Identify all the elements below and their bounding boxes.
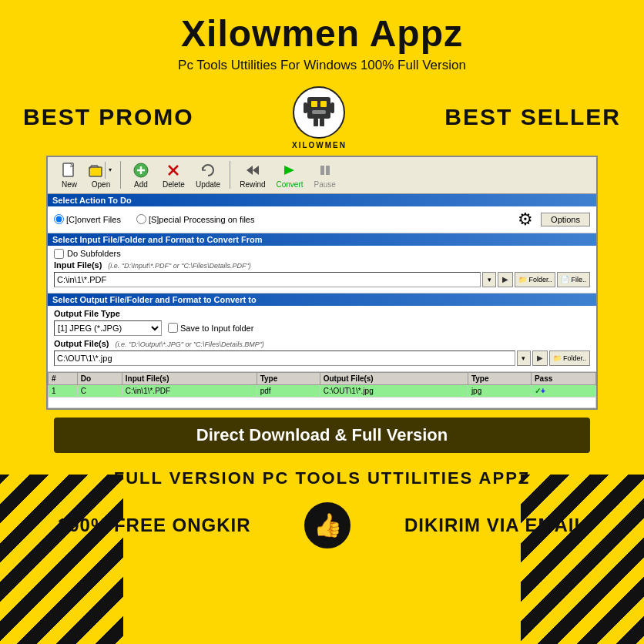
update-button[interactable]: Update: [191, 160, 225, 190]
convert-icon: [281, 162, 298, 179]
header-section: Xilowmen Appz Pc Tools Uttilities For Wi…: [0, 0, 644, 79]
input-file-field[interactable]: [54, 272, 481, 287]
convert-radio-input[interactable]: [54, 214, 64, 224]
col-num: #: [49, 372, 78, 384]
toolbar-separator-1: [120, 161, 121, 189]
input-section: Select Input File/Folder and Format to C…: [48, 233, 596, 293]
toolbar-separator-2: [230, 161, 230, 189]
output-section-header: Select Output File/Folder and Format to …: [48, 293, 596, 306]
open-dropdown-icon[interactable]: ▾: [105, 162, 114, 179]
cell-pass: ✓+: [531, 384, 595, 397]
cell-type-out: jpg: [468, 384, 531, 397]
ongkir-text: 100% FREE ONGKIR: [58, 515, 251, 536]
gear-icon: ⚙: [518, 210, 533, 230]
output-dropdown-btn[interactable]: ▾: [517, 351, 531, 366]
svg-marker-17: [247, 166, 253, 175]
output-section: Select Output File/Folder and Format to …: [48, 293, 596, 372]
svg-rect-5: [314, 119, 318, 126]
rewind-icon: [244, 162, 261, 179]
output-folder-btn[interactable]: 📁Folder..: [549, 351, 590, 366]
open-button[interactable]: ▾ Open: [86, 160, 116, 190]
file-table-container: # Do Input File(s) Type Output File(s) T…: [48, 372, 596, 408]
page-wrapper: Xilowmen Appz Pc Tools Uttilities For Wi…: [0, 0, 644, 644]
output-type-select[interactable]: [1] JPEG (*.JPG): [54, 320, 162, 336]
svg-rect-7: [304, 102, 307, 113]
svg-marker-19: [284, 166, 294, 175]
app-title: Xilowmen Appz: [15, 14, 629, 55]
cell-output: C:\OUT\1\*.jpg: [320, 384, 468, 397]
new-icon: [61, 162, 78, 179]
cell-input: C:\in\1\*.PDF: [122, 384, 257, 397]
logo-label: XILOWMEN: [292, 141, 347, 149]
svg-rect-4: [312, 110, 326, 114]
options-area: ⚙ Options: [518, 210, 590, 230]
col-type-in: Type: [257, 372, 320, 384]
app-subtitle: Pc Tools Uttilities For Windows 100% Ful…: [15, 58, 629, 73]
special-radio-input[interactable]: [136, 214, 146, 224]
delete-icon: [165, 162, 182, 179]
input-play-btn[interactable]: ▶: [498, 272, 513, 287]
output-file-row: ▾ ▶ 📁Folder..: [54, 351, 590, 366]
subfolders-checkbox[interactable]: [54, 249, 64, 259]
output-section-body: Output File Type [1] JPEG (*.JPG) Save t…: [48, 306, 596, 372]
pause-button[interactable]: Pause: [310, 160, 340, 190]
xilowmen-logo-icon: [292, 86, 346, 139]
output-play-btn[interactable]: ▶: [532, 351, 548, 366]
update-icon: [200, 162, 216, 179]
bottom-row: 100% FREE ONGKIR 👍 DIKIRIM VIA EMAIL: [0, 496, 644, 555]
output-file-field[interactable]: [54, 351, 515, 366]
email-text: DIKIRIM VIA EMAIL: [404, 515, 586, 536]
svg-rect-3: [320, 101, 327, 107]
cell-num: 1: [49, 384, 78, 397]
open-icon: [88, 162, 105, 179]
logo-center: XILOWMEN: [292, 86, 347, 149]
download-banner: Direct Download & Full Version: [54, 418, 590, 453]
badges-row: BEST PROMO XILOWMEN BEST SELLER: [0, 79, 644, 156]
col-type-out: Type: [468, 372, 531, 384]
col-pass: Pass: [531, 372, 595, 384]
special-radio[interactable]: [S]pecial Processing on files: [136, 214, 255, 224]
delete-button[interactable]: Delete: [158, 160, 190, 190]
input-folder-btn[interactable]: 📁Folder..: [515, 272, 555, 287]
svg-rect-2: [311, 101, 317, 107]
options-button[interactable]: Options: [541, 213, 590, 226]
rewind-button[interactable]: Rewind: [235, 160, 270, 190]
save-checkbox-row: Save to Input folder: [168, 323, 253, 333]
new-button[interactable]: New: [54, 160, 85, 190]
svg-rect-6: [320, 119, 324, 126]
best-promo-badge: BEST PROMO: [23, 104, 194, 130]
table-row[interactable]: 1 C C:\in\1\*.PDF pdf C:\OUT\1\*.jpg jpg…: [49, 384, 596, 397]
subfolders-row: Do Subfolders: [54, 249, 590, 259]
action-radio-group: [C]onvert Files [S]pecial Processing on …: [54, 214, 255, 224]
add-button[interactable]: Add: [126, 160, 156, 190]
input-file-row: ▾ ▶ 📁Folder.. 📄File..: [54, 272, 590, 287]
app-window: New ▾ Open Add: [46, 156, 598, 410]
svg-rect-20: [320, 166, 324, 175]
full-version-text: FULL VERSION PC TOOLS UTTILITIES APPZ: [15, 468, 629, 488]
col-do: Do: [77, 372, 122, 384]
table-empty-row: [49, 397, 596, 408]
svg-marker-18: [253, 166, 259, 175]
file-table: # Do Input File(s) Type Output File(s) T…: [48, 372, 596, 408]
output-type-row: Output File Type: [54, 309, 590, 318]
cell-do: C: [77, 384, 122, 397]
input-section-body: Do Subfolders Input File(s) (i.e. "D:\In…: [48, 246, 596, 293]
thumbs-up-icon: 👍: [304, 502, 351, 548]
convert-button[interactable]: Convert: [272, 160, 308, 190]
input-file-btn[interactable]: 📄File..: [557, 272, 590, 287]
col-output: Output File(s): [320, 372, 468, 384]
pause-icon: [317, 162, 334, 179]
input-dropdown-btn[interactable]: ▾: [482, 272, 496, 287]
bottom-section: Direct Download & Full Version: [0, 410, 644, 458]
svg-rect-11: [89, 167, 102, 176]
full-version-section: FULL VERSION PC TOOLS UTTILITIES APPZ: [0, 458, 644, 496]
best-seller-badge: BEST SELLER: [444, 104, 621, 130]
save-to-input-checkbox[interactable]: [168, 323, 178, 333]
svg-rect-1: [307, 97, 330, 119]
svg-rect-21: [326, 166, 330, 175]
col-input: Input File(s): [122, 372, 257, 384]
svg-rect-8: [330, 102, 334, 113]
add-icon: [132, 162, 149, 179]
convert-radio[interactable]: [C]onvert Files: [54, 214, 121, 224]
toolbar: New ▾ Open Add: [48, 157, 596, 194]
